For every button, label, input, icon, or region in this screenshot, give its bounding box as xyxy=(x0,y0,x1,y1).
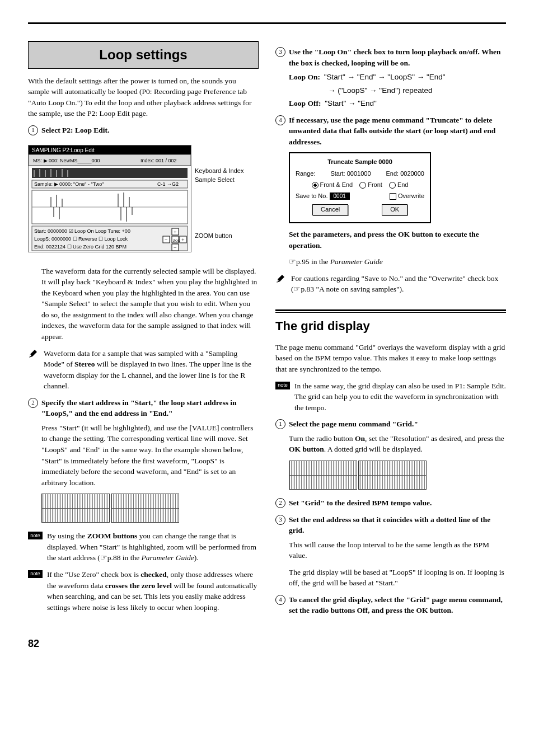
fig-label-stack: Keyboard & Index Sample Select ZOOM butt… xyxy=(195,147,243,253)
save-to-value[interactable]: 0001 xyxy=(330,192,350,200)
step-number-4: 4 xyxy=(275,595,285,605)
para-waveform-desc: The waveform data for the currently sele… xyxy=(41,266,259,342)
truncate-dialog: Truncate Sample 0000 Range: Start: 00010… xyxy=(289,152,431,224)
loop-edit-figure-row: SAMPLING P2:Loop Edit MS: ▶ 000: NewMS__… xyxy=(28,140,259,259)
svg-text:−: − xyxy=(174,245,177,251)
svg-marker-43 xyxy=(29,350,37,358)
grid-wave-left xyxy=(289,461,357,490)
svg-rect-5 xyxy=(32,168,188,178)
note-usezero: note If the "Use Zero" check box is chec… xyxy=(28,569,259,613)
warn-overwrite: For cautions regarding "Save to No." and… xyxy=(275,273,506,295)
grid-para-3: This will cause the loop interval to be … xyxy=(289,539,506,561)
label-zoom-button: ZOOM button xyxy=(195,232,243,241)
step-number-3: 3 xyxy=(275,515,285,525)
mini-wave-left xyxy=(41,494,110,523)
grid-section-heading: The grid display xyxy=(275,309,506,335)
step-number-1: 1 xyxy=(275,419,285,429)
svg-text:End:   0022124  ☐ Use Zero  Gr: End: 0022124 ☐ Use Zero Grid 120 BPM xyxy=(34,244,127,250)
exec-text: Set the parameters, and press the OK but… xyxy=(289,229,506,251)
grid-intro: The page menu command "Grid" overlays th… xyxy=(275,342,506,375)
svg-text:MS: ▶ 000: NewMS_____000: MS: ▶ 000: NewMS_____000 xyxy=(33,158,100,163)
step-number-4: 4 xyxy=(275,115,285,125)
note-icon: note xyxy=(28,532,43,539)
svg-text:LoopS: 0000000  ☐ Reverse  ☐ L: LoopS: 0000000 ☐ Reverse ☐ Loop Lock xyxy=(34,236,128,242)
label-sample-select: Sample Select xyxy=(195,176,243,185)
page-number: 82 xyxy=(28,636,506,651)
svg-text:Index: 001 / 002: Index: 001 / 002 xyxy=(140,158,177,163)
step-number-3: 3 xyxy=(275,47,285,57)
mini-waveform-figure xyxy=(41,494,259,523)
content-columns: Loop settings With the default settings … xyxy=(28,41,506,619)
svg-text:C-1 →G2: C-1 →G2 xyxy=(157,181,179,187)
grid-step-2: 2 Set "Grid" to the desired BPM tempo va… xyxy=(275,497,506,509)
step-1-text: Select P2: Loop Edit. xyxy=(41,125,110,136)
step-number-1: 1 xyxy=(28,125,38,135)
grid-step-4-text: To cancel the grid display, select the "… xyxy=(289,594,506,616)
dialog-start: Start: 0001000 xyxy=(330,170,371,179)
loop-edit-screenshot: SAMPLING P2:Loop Edit MS: ▶ 000: NewMS__… xyxy=(28,145,191,252)
grid-step-3: 3 Set the end address so that it coincid… xyxy=(275,514,506,536)
note-zoom-text: By using the ZOOM buttons you can change… xyxy=(47,530,259,564)
step-2: 2 Specify the start address in "Start," … xyxy=(28,397,259,419)
grid-para-1: Turn the radio button On, set the "Resol… xyxy=(289,433,506,455)
svg-text:Start: 0000000  ☑ Loop On   Lo: Start: 0000000 ☑ Loop On Loop Tune: +00 xyxy=(34,228,130,234)
radio-end[interactable] xyxy=(389,182,396,189)
dialog-end: End: 0020000 xyxy=(386,170,424,179)
grid-waveform-figure xyxy=(289,461,506,490)
note-grid-text: In the same way, the grid display can al… xyxy=(294,381,506,414)
loop-settings-title: Loop settings xyxy=(28,41,259,69)
svg-text:+: + xyxy=(174,229,177,235)
label-keyboard-index: Keyboard & Index xyxy=(195,167,243,176)
save-to-label: Save to No. xyxy=(296,192,327,199)
note-zoom: note By using the ZOOM buttons you can c… xyxy=(28,530,259,564)
dialog-range-label: Range: xyxy=(296,170,315,179)
right-column: 3 Use the "Loop On" check box to turn lo… xyxy=(275,41,506,619)
step-4-text: If necessary, use the page menu command … xyxy=(289,115,506,148)
warn-overwrite-text: For cautions regarding "Save to No." and… xyxy=(291,273,506,295)
note-usezero-text: If the "Use Zero" check box is checked, … xyxy=(47,569,259,613)
dialog-title: Truncate Sample 0000 xyxy=(296,158,424,167)
svg-text:−: − xyxy=(165,237,168,243)
warn-stereo-text: Waveform data for a sample that was samp… xyxy=(44,348,259,392)
step-3-text: Use the "Loop On" check box to turn loop… xyxy=(289,46,506,68)
grid-step-1: 1 Select the page menu command "Grid." xyxy=(275,419,506,430)
step-number-2: 2 xyxy=(28,398,38,408)
radio-front-end[interactable] xyxy=(312,182,318,189)
intro-text: With the default settings after the powe… xyxy=(28,76,259,119)
grid-step-1-text: Select the page menu command "Grid." xyxy=(289,419,418,430)
ok-button[interactable]: OK xyxy=(382,204,407,215)
pencil-icon xyxy=(275,274,287,295)
note-icon: note xyxy=(28,570,43,578)
top-rule xyxy=(28,22,506,24)
step-1: 1 Select P2: Loop Edit. xyxy=(28,125,259,136)
left-column: Loop settings With the default settings … xyxy=(28,41,259,619)
pencil-icon xyxy=(28,349,39,392)
ref-text: ☞p.95 in the Parameter Guide xyxy=(289,256,506,267)
step-4: 4 If necessary, use the page menu comman… xyxy=(275,115,506,148)
loop-on-off-block: Loop On: "Start" → "End" → "LoopS" → "En… xyxy=(289,72,506,109)
grid-para-4: The grid display will be based at "LoopS… xyxy=(289,567,506,589)
step-number-2: 2 xyxy=(275,498,285,508)
cancel-button[interactable]: Cancel xyxy=(312,204,348,215)
note-icon: note xyxy=(275,382,290,389)
radio-front[interactable] xyxy=(359,182,366,189)
step-3: 3 Use the "Loop On" check box to turn lo… xyxy=(275,46,506,68)
svg-text:SAMPLING P2:Loop Edit: SAMPLING P2:Loop Edit xyxy=(32,147,95,153)
para-press-start: Press "Start" (it will be highlighted), … xyxy=(41,422,259,488)
grid-step-4: 4 To cancel the grid display, select the… xyxy=(275,594,506,616)
mini-wave-right xyxy=(111,494,179,523)
grid-step-3-text: Set the end address so that it coincides… xyxy=(289,514,506,536)
step-2-text: Specify the start address in "Start," th… xyxy=(41,397,259,419)
svg-text:+: + xyxy=(181,237,185,243)
grid-step-2-text: Set "Grid" to the desired BPM tempo valu… xyxy=(289,497,432,509)
svg-text:Sample: ▶ 0000: "One" - "Two": Sample: ▶ 0000: "One" - "Two" xyxy=(34,181,104,187)
warn-stereo: Waveform data for a sample that was samp… xyxy=(28,348,259,392)
grid-wave-right xyxy=(358,461,427,490)
note-grid: note In the same way, the grid display c… xyxy=(275,381,506,414)
overwrite-checkbox[interactable] xyxy=(390,193,396,200)
